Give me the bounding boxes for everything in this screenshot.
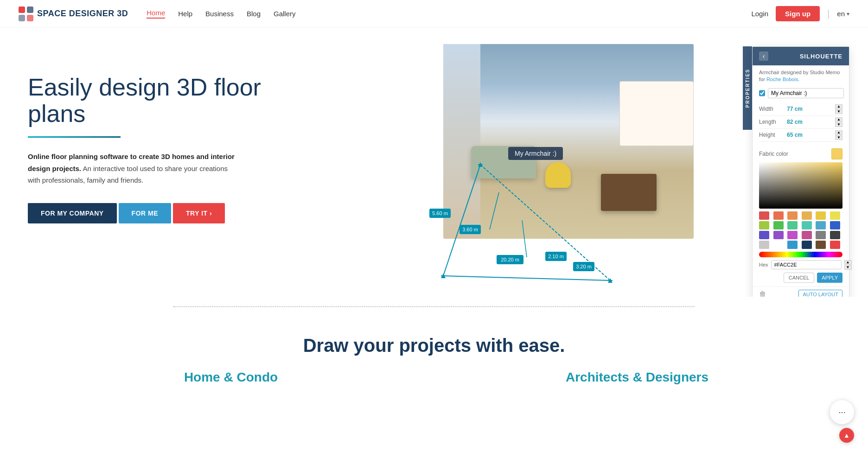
try-it-button[interactable]: TRY IT ›	[173, 203, 225, 223]
auto-layout-button[interactable]: AUTO LAYOUT	[798, 290, 842, 297]
nav-blog[interactable]: Blog	[247, 10, 261, 18]
language-selector[interactable]: en ▾	[837, 10, 849, 18]
height-down-button[interactable]: ▼	[835, 135, 842, 140]
hero-right: My Armchair :)	[278, 46, 840, 287]
hex-up-button[interactable]: ▲	[844, 260, 852, 265]
height-row: Height 65 cm ▲ ▼	[759, 129, 842, 142]
nav-home[interactable]: Home	[147, 9, 165, 19]
height-value: 65 cm	[787, 132, 835, 138]
login-link[interactable]: Login	[751, 10, 768, 18]
nav-business[interactable]: Business	[205, 10, 234, 18]
color-swatch-0[interactable]	[759, 211, 769, 220]
length-up-button[interactable]: ▲	[835, 117, 842, 122]
panel-toggle-button[interactable]: ‹	[759, 51, 768, 61]
length-label: Length	[759, 119, 787, 125]
color-gradient[interactable]	[759, 162, 842, 209]
signup-button[interactable]: Sign up	[776, 6, 820, 21]
color-swatch-2[interactable]	[787, 211, 798, 220]
for-me-button[interactable]: FOR ME	[119, 203, 171, 223]
bottom-title: Draw your projects with ease.	[28, 335, 840, 356]
length-down-button[interactable]: ▼	[835, 122, 842, 127]
color-swatch-15[interactable]	[802, 231, 812, 239]
length-stepper[interactable]: ▲ ▼	[835, 117, 842, 127]
color-swatch-16[interactable]	[816, 231, 826, 239]
color-swatch-12[interactable]	[759, 231, 769, 239]
svg-rect-19	[497, 255, 523, 264]
hex-stepper[interactable]: ▲ ▼	[844, 260, 852, 270]
fabric-color-swatch[interactable]	[831, 148, 842, 159]
col-architects-title: Architects & Designers	[434, 370, 840, 385]
hero-title: Easily design 3D floor plans	[28, 74, 269, 127]
wall-top	[443, 44, 694, 81]
company-button[interactable]: FOR MY COMPANY	[28, 203, 117, 223]
color-swatch-8[interactable]	[787, 221, 798, 229]
color-swatch-14[interactable]	[787, 231, 798, 239]
room-3d: My Armchair :)	[443, 44, 694, 239]
color-swatch-9[interactable]	[802, 221, 812, 229]
color-swatch-23[interactable]	[830, 241, 840, 249]
color-swatch-17[interactable]	[830, 231, 840, 239]
color-swatch-7[interactable]	[773, 221, 784, 229]
color-swatch-4[interactable]	[816, 211, 826, 220]
height-stepper[interactable]: ▲ ▼	[835, 130, 842, 140]
width-label: Width	[759, 106, 787, 112]
furniture-table	[601, 174, 657, 211]
hero-section: Easily design 3D floor plans Online floo…	[0, 28, 868, 297]
properties-panel: ‹ SILHOUETTE Armchair designed by Studio…	[752, 46, 849, 297]
width-stepper[interactable]: ▲ ▼	[835, 104, 842, 114]
height-up-button[interactable]: ▲	[835, 130, 842, 135]
color-hue-bar[interactable]	[759, 252, 842, 257]
width-value: 77 cm	[787, 106, 835, 112]
color-swatch-19[interactable]	[773, 241, 784, 249]
color-swatch-20[interactable]	[787, 241, 798, 249]
logo-icon	[19, 6, 33, 21]
logo[interactable]: SPACE DESIGNER 3D	[19, 6, 128, 21]
height-label: Height	[759, 132, 787, 138]
fabric-row: Fabric color	[753, 146, 849, 162]
bottom-cols: Home & Condo Architects & Designers	[28, 365, 840, 385]
color-swatch-5[interactable]	[830, 211, 840, 220]
apply-button[interactable]: APPLY	[817, 273, 842, 283]
properties-sidebar-tab[interactable]: PROPERTIES	[743, 46, 752, 130]
name-checkbox[interactable]	[759, 90, 765, 96]
bottom-section: Draw your projects with ease. Home & Con…	[0, 317, 868, 403]
separator	[0, 297, 868, 317]
nav-help[interactable]: Help	[178, 10, 192, 18]
separator-line	[173, 306, 694, 307]
hex-down-button[interactable]: ▼	[844, 265, 852, 270]
lang-label: en	[837, 10, 845, 18]
brand-name: SPACE DESIGNER 3D	[37, 9, 128, 19]
col-home-title: Home & Condo	[28, 370, 434, 385]
color-swatch-3[interactable]	[802, 211, 812, 220]
nav-gallery[interactable]: Gallery	[274, 10, 296, 18]
svg-text:3.20 m: 3.20 m	[576, 264, 592, 269]
panel-link[interactable]: Roche Bobois.	[766, 76, 800, 82]
hex-input[interactable]	[771, 260, 842, 269]
name-input[interactable]	[768, 88, 844, 98]
trash-button[interactable]: 🗑	[759, 290, 766, 297]
color-swatch-10[interactable]	[816, 221, 826, 229]
fabric-label: Fabric color	[759, 151, 831, 157]
color-swatch-11[interactable]	[830, 221, 840, 229]
hero-description: Online floor planning software to create…	[28, 151, 241, 186]
color-swatch-18[interactable]	[759, 241, 769, 249]
svg-rect-0	[19, 6, 25, 13]
furniture-kitchen	[619, 81, 694, 146]
color-swatch-21[interactable]	[802, 241, 812, 249]
svg-line-5	[443, 276, 610, 280]
width-up-button[interactable]: ▲	[835, 104, 842, 109]
panel-header: ‹ SILHOUETTE	[753, 47, 849, 65]
svg-rect-3	[27, 15, 33, 21]
svg-marker-11	[441, 274, 446, 278]
room-inner: My Armchair :)	[443, 44, 694, 239]
navbar: SPACE DESIGNER 3D Home Help Business Blo…	[0, 0, 868, 28]
cancel-button[interactable]: CANCEL	[784, 273, 815, 283]
bottom-col-architects: Architects & Designers	[434, 370, 840, 385]
nav-divider: |	[827, 8, 830, 19]
color-swatch-1[interactable]	[773, 211, 784, 220]
width-down-button[interactable]: ▼	[835, 109, 842, 114]
color-swatch-6[interactable]	[759, 221, 769, 229]
color-swatch-22[interactable]	[816, 241, 826, 249]
color-swatch-13[interactable]	[773, 231, 784, 239]
hero-underline	[28, 136, 121, 138]
